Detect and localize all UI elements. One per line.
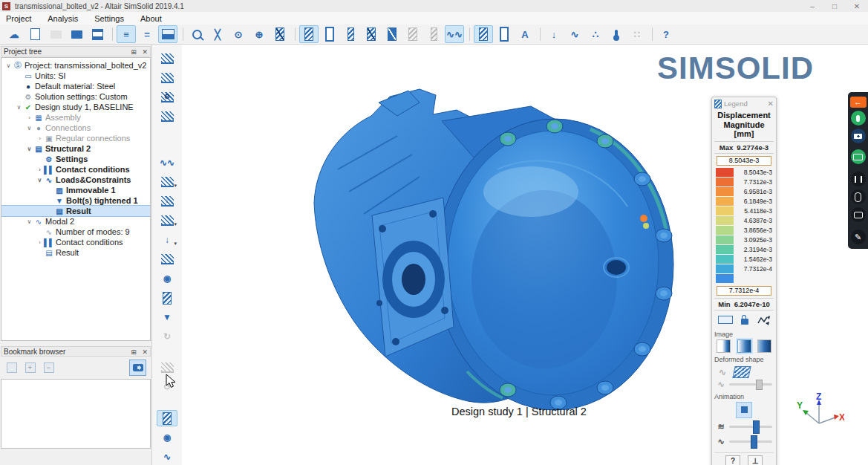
back-arrow-button[interactable]: ← xyxy=(850,97,867,108)
reaction-forces-icon[interactable]: ↓ xyxy=(544,25,564,43)
ruler-icon[interactable] xyxy=(718,316,733,324)
layout-panes-icon[interactable]: = xyxy=(137,25,157,43)
deformed-shape-button[interactable] xyxy=(732,366,751,378)
mouse-highlight-button[interactable] xyxy=(851,189,866,204)
float-panel-icon[interactable]: ⊞ xyxy=(131,48,137,56)
sliding-support-icon[interactable] xyxy=(157,70,177,86)
gravity-load-icon[interactable]: ↓▾ xyxy=(157,232,177,248)
tree-node-result[interactable]: ▤Result xyxy=(1,206,150,216)
tree-node-regular-connections[interactable]: ›▣Regular connections xyxy=(1,133,150,143)
pause-button[interactable] xyxy=(851,172,866,186)
remote-load-icon[interactable]: ▾ xyxy=(157,212,177,229)
comment-button[interactable] xyxy=(851,207,866,222)
project-tree-toggle-icon[interactable]: ≡ xyxy=(117,25,136,43)
rotation-disabled-icon[interactable]: ↻ xyxy=(157,328,177,345)
close-panel-icon[interactable]: ✕ xyxy=(142,348,148,356)
deform-scale-slider[interactable] xyxy=(729,383,772,386)
analysis-disabled2-icon[interactable] xyxy=(424,25,443,43)
tree-node-solution-settings[interactable]: ⚙Solution settings: Custom xyxy=(1,91,150,102)
tree-node-immovable[interactable]: ▨Immovable 1 xyxy=(1,185,150,195)
tree-node-modal-contact[interactable]: ›▌▌Contact conditions xyxy=(1,237,150,247)
show-all-icon[interactable]: ⊕ xyxy=(249,25,269,43)
float-panel-icon[interactable]: ⊞ xyxy=(131,348,137,356)
modal-analysis-icon[interactable] xyxy=(320,25,339,43)
tree-node-modal-result[interactable]: ▤Result xyxy=(1,247,150,258)
menu-item-Analysis[interactable]: Analysis xyxy=(48,14,78,23)
enforced-displacement-icon[interactable] xyxy=(157,290,177,306)
screen-share-button[interactable] xyxy=(851,149,866,164)
open-project-icon[interactable] xyxy=(67,25,86,43)
image-style-filled-button[interactable] xyxy=(757,339,771,353)
elastic-support-icon[interactable] xyxy=(157,108,177,125)
remove-bookmark-icon[interactable]: − xyxy=(41,360,56,375)
trim-geometry-icon[interactable]: ╳ xyxy=(208,25,227,43)
image-style-smooth-button[interactable] xyxy=(737,339,751,353)
image-style-sharp-button[interactable] xyxy=(717,339,731,353)
review-results-icon[interactable] xyxy=(474,25,493,43)
animation-speed-slider[interactable] xyxy=(729,440,772,443)
bookmark-panel-toggle-icon[interactable] xyxy=(158,25,177,43)
structural-analysis-icon[interactable] xyxy=(299,25,319,43)
maximize-button[interactable]: □ xyxy=(823,1,846,12)
legend-help-button[interactable]: ? xyxy=(725,455,740,465)
force-icon[interactable]: ▾ xyxy=(157,174,177,190)
thermal-analysis-icon[interactable] xyxy=(341,25,360,43)
bolt-tightening-icon[interactable]: ▼ xyxy=(157,309,177,325)
tree-node-modal[interactable]: ∨∿Modal 2 xyxy=(1,216,150,227)
xy-plot-icon[interactable]: ∿ xyxy=(157,449,177,465)
pick-visible-icon[interactable] xyxy=(270,25,290,43)
legend-upper-bound-input[interactable] xyxy=(717,156,771,166)
tree-node-bolts-tightened[interactable]: ▼Bolt(s) tightened 1 xyxy=(1,195,150,206)
find-entity-icon[interactable] xyxy=(187,25,206,43)
compare-results-icon[interactable] xyxy=(495,25,514,43)
menu-item-Settings[interactable]: Settings xyxy=(94,14,124,23)
contact-response-icon[interactable]: ∴ xyxy=(586,25,605,43)
immovable-support-icon[interactable] xyxy=(157,51,177,67)
tree-node-loads-constraints[interactable]: ∨∿Loads&Constraints xyxy=(1,175,150,185)
save-project-icon[interactable] xyxy=(88,25,107,43)
nonlinear-analysis-icon[interactable] xyxy=(362,25,381,43)
help-icon[interactable]: ? xyxy=(656,25,676,43)
camera-button[interactable] xyxy=(851,129,866,143)
close-panel-icon[interactable]: ✕ xyxy=(142,48,148,56)
tree-node-project[interactable]: ∨ⓈProject: transmissional_bolted_v2 xyxy=(1,60,150,71)
import-folder-icon[interactable] xyxy=(46,25,65,43)
tree-node-number-of-modes[interactable]: ∿Number of modes: 9 xyxy=(1,227,150,237)
add-bookmark-icon[interactable]: + xyxy=(22,360,38,375)
tree-node-design-study[interactable]: ∨✔Design study 1, BASELINE xyxy=(1,102,150,112)
tree-node-settings[interactable]: ⚙Settings xyxy=(1,154,150,164)
undeformed-icon[interactable]: ∿ xyxy=(719,367,726,377)
thermal-probe-icon[interactable] xyxy=(607,25,626,43)
spring-loads-icon[interactable]: ∿∿ xyxy=(157,155,177,171)
mode-shapes-icon[interactable]: ∿ xyxy=(565,25,584,43)
camera-capture-icon[interactable] xyxy=(129,360,146,376)
copy-bookmark-icon[interactable] xyxy=(4,360,19,375)
pressure-icon[interactable]: ↓ xyxy=(157,193,177,209)
legend-lower-bound-input[interactable] xyxy=(717,286,771,296)
tree-node-material[interactable]: ●Default material: Steel xyxy=(1,81,150,91)
animation-amplitude-slider[interactable] xyxy=(729,426,772,428)
cloud-icon[interactable]: ☁ xyxy=(4,25,24,43)
legend-close-icon[interactable]: ✕ xyxy=(768,100,774,108)
tree-node-connections[interactable]: ∨●Connections xyxy=(1,123,150,133)
lock-icon[interactable] xyxy=(741,319,748,325)
minimize-button[interactable]: – xyxy=(801,1,823,12)
tree-node-contact-conditions[interactable]: ›▌▌Contact conditions xyxy=(1,164,150,175)
animation-stop-button[interactable] xyxy=(736,402,752,418)
measure-icon[interactable]: A xyxy=(515,25,535,43)
dynamics-analysis-icon[interactable] xyxy=(382,25,402,43)
draw-button[interactable]: ✎ xyxy=(851,230,866,244)
grid-disabled-icon[interactable]: ∷ xyxy=(627,25,647,43)
new-project-icon[interactable] xyxy=(25,25,45,43)
legend-dock-button[interactable]: ⊥ xyxy=(748,455,763,465)
thermal-load-icon[interactable] xyxy=(157,251,177,267)
show-response-icon[interactable] xyxy=(157,410,177,426)
springs-icon[interactable]: ∿∿ xyxy=(445,25,464,43)
microphone-button[interactable] xyxy=(851,111,866,126)
tree-node-structural[interactable]: ∨▤Structural 2 xyxy=(1,143,150,154)
tree-node-assembly[interactable]: ›▦Assembly xyxy=(1,112,150,123)
legend-header[interactable]: Legend ✕ xyxy=(714,99,774,108)
probe-icon[interactable] xyxy=(757,315,770,325)
menu-item-About[interactable]: About xyxy=(140,14,162,23)
hide-entities-icon[interactable]: ⊙ xyxy=(229,25,248,43)
